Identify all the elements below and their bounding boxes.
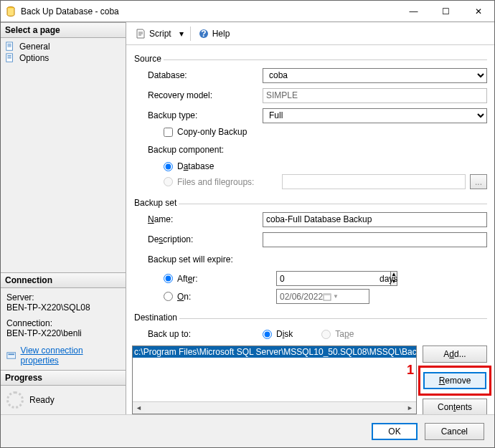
svg-text:?: ? bbox=[201, 29, 206, 39]
remove-button[interactable]: Remove bbox=[423, 372, 486, 389]
page-icon bbox=[5, 53, 15, 63]
help-button[interactable]: ? Help bbox=[195, 27, 233, 41]
desc-label: Description: bbox=[148, 234, 263, 244]
database-select[interactable]: coba bbox=[263, 68, 487, 83]
spinner-icon bbox=[6, 391, 24, 409]
connection-label: Connection: bbox=[6, 318, 120, 328]
select-page-header: Select a page bbox=[1, 22, 126, 38]
contents-button[interactable]: Contents bbox=[423, 399, 487, 414]
view-connection-link[interactable]: View connection properties bbox=[20, 345, 120, 366]
toolbar: Script ▾ ? Help bbox=[126, 22, 494, 45]
server-value: BEN-TP-X220\SQL08 bbox=[6, 302, 120, 313]
recovery-value bbox=[263, 88, 487, 103]
close-button[interactable]: ✕ bbox=[462, 1, 494, 22]
component-files-radio bbox=[164, 177, 173, 186]
tape-radio bbox=[321, 330, 331, 339]
after-spinner[interactable]: ▲▼ bbox=[276, 271, 369, 286]
backup-set-legend: Backup set bbox=[132, 198, 179, 208]
on-radio[interactable] bbox=[164, 292, 173, 301]
tape-label: Tape bbox=[335, 329, 354, 339]
files-text bbox=[282, 174, 466, 189]
backupto-label: Back up to: bbox=[148, 329, 263, 339]
destination-legend: Destination bbox=[132, 313, 179, 323]
on-label: On: bbox=[177, 292, 272, 302]
ok-button[interactable]: OK bbox=[372, 423, 417, 440]
script-button[interactable]: Script bbox=[132, 27, 174, 41]
database-label: Database: bbox=[148, 70, 263, 80]
window-title: Back Up Database - coba bbox=[21, 6, 397, 16]
copy-only-checkbox[interactable] bbox=[164, 128, 173, 137]
source-group: Source Database: coba Recovery model: Ba… bbox=[132, 54, 487, 194]
cancel-button[interactable]: Cancel bbox=[425, 423, 484, 440]
progress-text: Ready bbox=[29, 395, 55, 405]
script-icon bbox=[135, 28, 146, 39]
sidebar-item-general[interactable]: General bbox=[4, 41, 123, 52]
backup-type-label: Backup type: bbox=[148, 110, 263, 120]
recovery-label: Recovery model: bbox=[148, 90, 263, 100]
destination-list[interactable]: c:\Program Files\Microsoft SQL Server\MS… bbox=[132, 345, 417, 414]
name-label: Name: bbox=[148, 214, 263, 224]
sidebar: Select a page General Options Connection… bbox=[1, 22, 126, 414]
connection-value: BEN-TP-X220\benli bbox=[6, 328, 120, 338]
add-button[interactable]: Add... bbox=[423, 345, 487, 363]
sidebar-item-options[interactable]: Options bbox=[4, 52, 123, 64]
progress-header: Progress bbox=[1, 370, 126, 386]
after-radio[interactable] bbox=[164, 274, 173, 283]
sidebar-item-label: Options bbox=[19, 53, 49, 63]
maximize-button[interactable]: ☐ bbox=[430, 1, 462, 22]
component-database-radio[interactable] bbox=[164, 162, 173, 171]
scroll-left-icon[interactable]: ◄ bbox=[133, 402, 145, 414]
scrollbar-horizontal[interactable]: ◄ ► bbox=[133, 401, 416, 414]
name-input[interactable] bbox=[263, 212, 487, 227]
footer: OK Cancel bbox=[1, 414, 494, 447]
component-label: Backup component: bbox=[148, 145, 263, 155]
server-label: Server: bbox=[6, 292, 120, 302]
svg-rect-3 bbox=[7, 353, 16, 358]
connection-header: Connection bbox=[1, 272, 126, 288]
after-label: After: bbox=[177, 274, 272, 284]
script-dropdown[interactable]: ▾ bbox=[177, 27, 186, 40]
separator bbox=[190, 27, 191, 41]
destination-group: Destination Back up to: Disk Disk bbox=[132, 313, 487, 414]
database-icon bbox=[5, 6, 16, 17]
files-browse-button: ... bbox=[470, 174, 487, 189]
properties-icon bbox=[6, 351, 16, 361]
scroll-right-icon[interactable]: ► bbox=[404, 402, 416, 414]
on-date: 02/06/2022 ▼ bbox=[276, 289, 369, 304]
desc-input[interactable] bbox=[263, 232, 487, 247]
titlebar[interactable]: Back Up Database - coba — ☐ ✕ bbox=[1, 1, 494, 22]
svg-rect-4 bbox=[9, 353, 14, 355]
source-legend: Source bbox=[132, 54, 164, 64]
destination-item[interactable]: c:\Program Files\Microsoft SQL Server\MS… bbox=[133, 346, 416, 358]
help-icon: ? bbox=[198, 28, 209, 39]
page-icon bbox=[5, 42, 15, 52]
component-files-label: Files and filegroups: bbox=[177, 177, 278, 187]
copy-only-label: Copy-only Backup bbox=[177, 127, 247, 137]
disk-radio[interactable] bbox=[263, 330, 272, 339]
component-database-label: Database bbox=[177, 161, 214, 171]
svg-rect-8 bbox=[324, 294, 331, 295]
backup-type-select[interactable]: Full bbox=[263, 108, 487, 123]
remove-highlight: Remove Remove bbox=[418, 366, 491, 396]
disk-label: Disk bbox=[276, 329, 293, 339]
after-value[interactable] bbox=[276, 271, 390, 286]
after-unit: days bbox=[380, 274, 397, 284]
callout-one: 1 bbox=[407, 363, 414, 378]
backup-set-group: Backup set Name: Name: Description: Desc… bbox=[132, 198, 487, 308]
expire-label: Backup set will expire: bbox=[148, 254, 263, 264]
minimize-button[interactable]: — bbox=[397, 1, 430, 22]
sidebar-item-label: General bbox=[19, 42, 50, 52]
calendar-icon bbox=[323, 292, 331, 301]
